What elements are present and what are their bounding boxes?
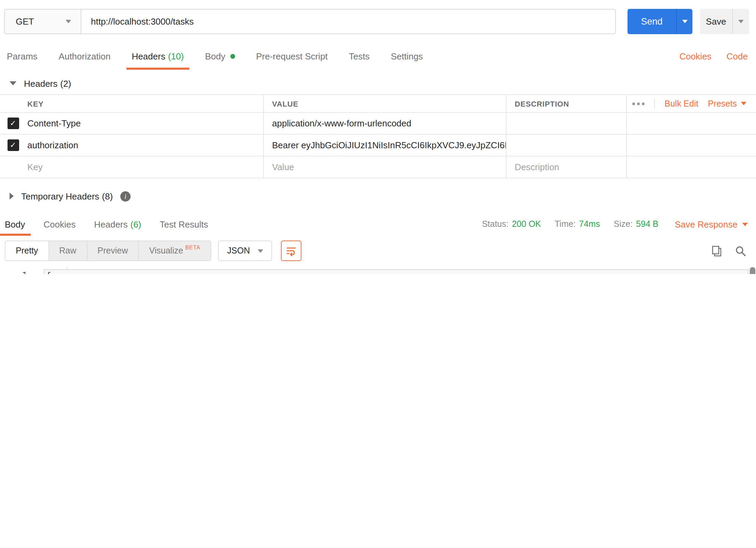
row-spacer [627, 135, 756, 156]
tab-label: Headers [94, 219, 127, 229]
response-toolbar: Pretty Raw Preview Visualize BETA JSON [0, 241, 756, 261]
header-value-cell[interactable]: Bearer eyJhbGciOiJIUzI1NiIsInR5cCI6IkpXV… [264, 135, 507, 156]
divider [654, 98, 655, 109]
copy-icon [711, 245, 722, 257]
view-mode-pretty[interactable]: Pretty [5, 241, 48, 260]
headers-section-header[interactable]: Headers (2) [0, 74, 756, 93]
header-key-cell[interactable]: authorization [26, 135, 264, 156]
code-scrollbar-thumb[interactable] [750, 267, 755, 274]
tab-label: Cookies [43, 219, 76, 229]
value-placeholder-cell[interactable]: Value [264, 156, 507, 178]
table-row: authorization Bearer eyJhbGciOiJIUzI1NiI… [0, 135, 756, 156]
chevron-down-icon [741, 102, 746, 105]
header-description-cell[interactable] [507, 135, 627, 156]
save-group: Save [700, 9, 749, 34]
size-label: Size: [614, 219, 633, 229]
chevron-down-icon [66, 20, 71, 23]
save-response-dropdown[interactable]: Save Response [675, 219, 748, 229]
method-label: GET [16, 16, 34, 27]
table-header-row: KEY VALUE DESCRIPTION Bulk Edit Presets [0, 95, 756, 113]
key-placeholder-cell[interactable]: Key [26, 156, 264, 178]
save-options-button[interactable] [732, 9, 749, 34]
table-row-placeholder: Key Value Description [0, 156, 756, 178]
presets-dropdown[interactable]: Presets [708, 99, 746, 108]
row-spacer [627, 156, 756, 178]
url-input[interactable] [81, 10, 615, 33]
tab-pre-request-script[interactable]: Pre-request Script [256, 42, 328, 70]
code-link[interactable]: Code [727, 51, 748, 61]
header-checkbox-spacer [0, 95, 26, 112]
bulk-edit-link[interactable]: Bulk Edit [665, 99, 699, 108]
response-tab-test-results[interactable]: Test Results [160, 213, 208, 236]
cookies-link[interactable]: Cookies [679, 51, 712, 61]
row-checkbox[interactable] [7, 139, 19, 151]
expand-triangle-icon[interactable] [10, 193, 14, 200]
response-tab-cookies[interactable]: Cookies [43, 213, 76, 236]
save-button[interactable]: Save [700, 9, 732, 34]
chevron-down-icon [742, 222, 748, 226]
size-pair: Size: 594 B [614, 219, 659, 229]
response-body-editor[interactable]: 1{2 "code": "0",3 "msg": "成功",4 "data": … [0, 266, 756, 274]
description-placeholder-cell[interactable]: Description [507, 156, 627, 178]
column-header-description: DESCRIPTION [507, 95, 627, 112]
mode-label: Preview [97, 246, 128, 256]
headers-section-count: (2) [60, 78, 71, 88]
tab-count: (6) [131, 219, 141, 229]
view-mode-preview[interactable]: Preview [86, 241, 138, 260]
time-value: 74ms [579, 219, 600, 229]
view-mode-visualize[interactable]: Visualize BETA [138, 241, 211, 260]
mode-label: Pretty [16, 246, 38, 256]
search-button[interactable] [734, 245, 746, 257]
tab-label: Pre-request Script [256, 51, 328, 61]
time-label: Time: [555, 219, 576, 229]
table-header-tools: Bulk Edit Presets [627, 95, 756, 112]
request-tab-links: Cookies Code [679, 51, 748, 61]
response-tool-icons [710, 245, 746, 257]
method-select[interactable]: GET [5, 10, 81, 33]
language-select[interactable]: JSON [218, 241, 272, 261]
send-group: Send [627, 9, 692, 34]
row-checkbox[interactable] [7, 118, 19, 129]
request-tabs: Params Authorization Headers (10) Body P… [0, 42, 756, 70]
response-tab-body[interactable]: Body [5, 213, 25, 236]
response-tab-headers[interactable]: Headers (6) [94, 213, 141, 236]
mode-label: Raw [59, 246, 76, 256]
request-bar: GET Send Save [0, 0, 756, 34]
wrap-text-icon [285, 245, 296, 256]
tab-label: Body [5, 219, 25, 229]
header-description-cell[interactable] [507, 113, 627, 134]
tab-label: Tests [349, 51, 370, 61]
wrap-text-button[interactable] [281, 241, 301, 261]
code-scrollbar[interactable] [749, 266, 756, 274]
view-mode-group: Pretty Raw Preview Visualize BETA [5, 241, 212, 261]
tab-headers[interactable]: Headers (10) [132, 42, 184, 70]
tab-label: Body [205, 51, 225, 61]
tab-label: Params [7, 51, 38, 61]
tab-body[interactable]: Body [205, 42, 235, 70]
status-pair: Status: 200 OK [482, 219, 541, 229]
status-badge: 200 OK [512, 219, 541, 229]
tab-label: Test Results [160, 219, 208, 229]
table-row: Content-Type application/x-www-form-urle… [0, 113, 756, 135]
beta-badge: BETA [185, 244, 201, 250]
chevron-down-icon [738, 20, 744, 23]
search-icon [734, 245, 746, 257]
code-line[interactable]: 1{ [0, 270, 756, 274]
send-button[interactable]: Send [627, 9, 676, 34]
tab-authorization[interactable]: Authorization [59, 42, 111, 70]
more-options-icon[interactable] [633, 102, 635, 105]
temporary-headers-section-header[interactable]: Temporary Headers (8) [0, 187, 756, 206]
collapse-triangle-icon[interactable] [10, 81, 16, 85]
tab-params[interactable]: Params [7, 42, 38, 70]
header-key-cell[interactable]: Content-Type [26, 113, 264, 134]
body-dot-icon [230, 54, 235, 58]
send-options-button[interactable] [676, 9, 692, 34]
tab-settings[interactable]: Settings [391, 42, 423, 70]
empty-checkbox-cell [0, 156, 26, 178]
info-icon[interactable] [120, 191, 131, 201]
language-label: JSON [227, 246, 250, 256]
tab-tests[interactable]: Tests [349, 42, 370, 70]
copy-button[interactable] [710, 245, 723, 257]
header-value-cell[interactable]: application/x-www-form-urlencoded [264, 113, 507, 134]
view-mode-raw[interactable]: Raw [48, 241, 86, 260]
